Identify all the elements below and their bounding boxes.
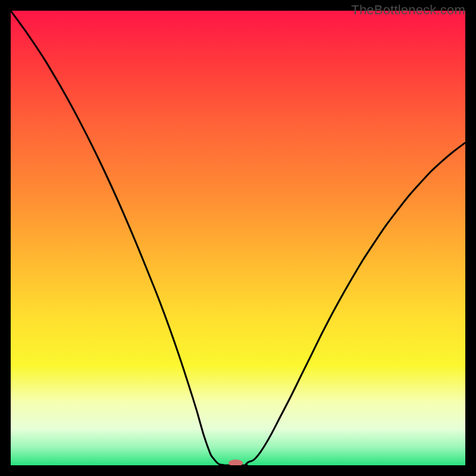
chart-plot-area (11, 11, 465, 465)
gradient-background (11, 11, 465, 465)
bottleneck-chart (11, 11, 465, 465)
watermark-text: TheBottleneck.com (351, 2, 465, 18)
